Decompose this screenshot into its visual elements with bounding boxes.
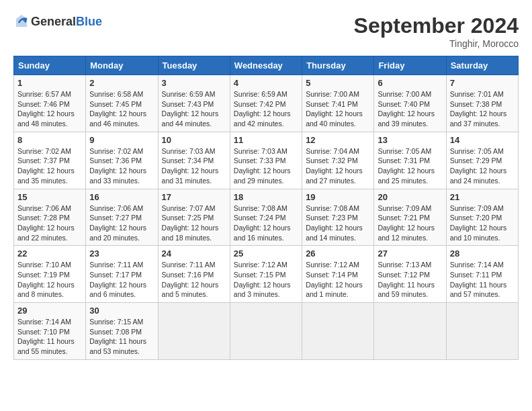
day-number: 26 [306,248,370,259]
day-detail: Sunrise: 7:07 AMSunset: 7:25 PMDaylight:… [162,203,226,243]
weekday-header-thursday: Thursday [302,56,374,75]
day-detail: Sunrise: 7:14 AMSunset: 7:10 PMDaylight:… [17,317,82,357]
day-number: 13 [378,135,442,145]
day-detail: Sunrise: 7:00 AMSunset: 7:41 PMDaylight:… [306,89,370,129]
day-detail: Sunrise: 7:06 AMSunset: 7:27 PMDaylight:… [89,203,154,243]
logo-icon [13,13,30,30]
day-detail: Sunrise: 7:02 AMSunset: 7:37 PMDaylight:… [17,146,82,186]
calendar-cell [374,303,446,360]
day-number: 23 [89,248,154,259]
day-number: 2 [89,78,154,88]
calendar-table: SundayMondayTuesdayWednesdayThursdayFrid… [13,56,519,360]
day-detail: Sunrise: 7:03 AMSunset: 7:34 PMDaylight:… [162,146,226,186]
weekday-header-saturday: Saturday [446,56,518,75]
day-number: 9 [89,135,154,145]
day-number: 27 [378,248,442,259]
logo: GeneralBlue [13,13,102,30]
calendar-week-row: 22Sunrise: 7:10 AMSunset: 7:19 PMDayligh… [14,246,519,303]
day-number: 19 [306,192,370,202]
location-subtitle: Tinghir, Morocco [354,38,519,49]
day-number: 8 [17,135,82,145]
calendar-cell [302,303,374,360]
day-detail: Sunrise: 7:08 AMSunset: 7:23 PMDaylight:… [306,203,370,243]
day-detail: Sunrise: 7:09 AMSunset: 7:21 PMDaylight:… [378,203,442,243]
day-detail: Sunrise: 6:59 AMSunset: 7:43 PMDaylight:… [162,89,226,129]
day-number: 6 [378,78,442,88]
calendar-cell: 24Sunrise: 7:11 AMSunset: 7:16 PMDayligh… [158,246,230,303]
day-detail: Sunrise: 7:05 AMSunset: 7:29 PMDaylight:… [450,146,515,186]
day-number: 21 [450,192,515,202]
calendar-cell: 2Sunrise: 6:58 AMSunset: 7:45 PMDaylight… [86,75,158,132]
page-header: GeneralBlue September 2024 Tinghir, Moro… [13,13,519,49]
calendar-cell [446,303,518,360]
calendar-cell: 11Sunrise: 7:03 AMSunset: 7:33 PMDayligh… [230,132,302,189]
day-number: 16 [89,192,154,202]
day-detail: Sunrise: 7:09 AMSunset: 7:20 PMDaylight:… [450,203,515,243]
day-detail: Sunrise: 6:57 AMSunset: 7:46 PMDaylight:… [17,89,82,129]
day-number: 24 [162,248,226,259]
day-detail: Sunrise: 6:58 AMSunset: 7:45 PMDaylight:… [89,89,154,129]
calendar-cell: 25Sunrise: 7:12 AMSunset: 7:15 PMDayligh… [230,246,302,303]
calendar-cell: 14Sunrise: 7:05 AMSunset: 7:29 PMDayligh… [446,132,518,189]
day-detail: Sunrise: 7:06 AMSunset: 7:28 PMDaylight:… [17,203,82,243]
calendar-cell: 4Sunrise: 6:59 AMSunset: 7:42 PMDaylight… [230,75,302,132]
calendar-cell: 18Sunrise: 7:08 AMSunset: 7:24 PMDayligh… [230,189,302,246]
day-number: 29 [17,306,82,316]
day-detail: Sunrise: 7:14 AMSunset: 7:11 PMDaylight:… [450,260,515,300]
weekday-header-tuesday: Tuesday [158,56,230,75]
day-detail: Sunrise: 7:11 AMSunset: 7:17 PMDaylight:… [89,260,154,300]
calendar-cell: 3Sunrise: 6:59 AMSunset: 7:43 PMDaylight… [158,75,230,132]
calendar-cell [230,303,302,360]
day-detail: Sunrise: 7:05 AMSunset: 7:31 PMDaylight:… [378,146,442,186]
calendar-week-row: 8Sunrise: 7:02 AMSunset: 7:37 PMDaylight… [14,132,519,189]
day-number: 4 [234,78,298,88]
day-detail: Sunrise: 7:03 AMSunset: 7:33 PMDaylight:… [234,146,298,186]
calendar-cell: 16Sunrise: 7:06 AMSunset: 7:27 PMDayligh… [86,189,158,246]
calendar-cell: 13Sunrise: 7:05 AMSunset: 7:31 PMDayligh… [374,132,446,189]
day-detail: Sunrise: 7:00 AMSunset: 7:40 PMDaylight:… [378,89,442,129]
day-detail: Sunrise: 7:12 AMSunset: 7:14 PMDaylight:… [306,260,370,300]
calendar-week-row: 1Sunrise: 6:57 AMSunset: 7:46 PMDaylight… [14,75,519,132]
day-detail: Sunrise: 7:13 AMSunset: 7:12 PMDaylight:… [378,260,442,300]
calendar-cell: 9Sunrise: 7:02 AMSunset: 7:36 PMDaylight… [86,132,158,189]
calendar-cell: 27Sunrise: 7:13 AMSunset: 7:12 PMDayligh… [374,246,446,303]
calendar-cell: 5Sunrise: 7:00 AMSunset: 7:41 PMDaylight… [302,75,374,132]
calendar-cell: 28Sunrise: 7:14 AMSunset: 7:11 PMDayligh… [446,246,518,303]
calendar-cell: 20Sunrise: 7:09 AMSunset: 7:21 PMDayligh… [374,189,446,246]
calendar-cell: 12Sunrise: 7:04 AMSunset: 7:32 PMDayligh… [302,132,374,189]
calendar-cell [158,303,230,360]
day-number: 17 [162,192,226,202]
day-detail: Sunrise: 7:04 AMSunset: 7:32 PMDaylight:… [306,146,370,186]
day-number: 11 [234,135,298,145]
calendar-cell: 6Sunrise: 7:00 AMSunset: 7:40 PMDaylight… [374,75,446,132]
calendar-cell: 29Sunrise: 7:14 AMSunset: 7:10 PMDayligh… [14,303,86,360]
day-detail: Sunrise: 7:11 AMSunset: 7:16 PMDaylight:… [162,260,226,300]
day-number: 5 [306,78,370,88]
day-number: 12 [306,135,370,145]
day-number: 30 [89,306,154,316]
weekday-header-sunday: Sunday [14,56,86,75]
calendar-header-row: SundayMondayTuesdayWednesdayThursdayFrid… [14,56,519,75]
day-number: 7 [450,78,515,88]
day-number: 25 [234,248,298,259]
day-number: 22 [17,248,82,259]
day-detail: Sunrise: 7:02 AMSunset: 7:36 PMDaylight:… [89,146,154,186]
calendar-cell: 17Sunrise: 7:07 AMSunset: 7:25 PMDayligh… [158,189,230,246]
day-number: 3 [162,78,226,88]
calendar-cell: 30Sunrise: 7:15 AMSunset: 7:08 PMDayligh… [86,303,158,360]
weekday-header-wednesday: Wednesday [230,56,302,75]
calendar-cell: 10Sunrise: 7:03 AMSunset: 7:34 PMDayligh… [158,132,230,189]
calendar-cell: 1Sunrise: 6:57 AMSunset: 7:46 PMDaylight… [14,75,86,132]
day-detail: Sunrise: 7:10 AMSunset: 7:19 PMDaylight:… [17,260,82,300]
calendar-cell: 8Sunrise: 7:02 AMSunset: 7:37 PMDaylight… [14,132,86,189]
calendar-cell: 22Sunrise: 7:10 AMSunset: 7:19 PMDayligh… [14,246,86,303]
day-detail: Sunrise: 7:08 AMSunset: 7:24 PMDaylight:… [234,203,298,243]
weekday-header-monday: Monday [86,56,158,75]
calendar-cell: 7Sunrise: 7:01 AMSunset: 7:38 PMDaylight… [446,75,518,132]
day-detail: Sunrise: 7:12 AMSunset: 7:15 PMDaylight:… [234,260,298,300]
day-detail: Sunrise: 6:59 AMSunset: 7:42 PMDaylight:… [234,89,298,129]
day-number: 18 [234,192,298,202]
calendar-cell: 15Sunrise: 7:06 AMSunset: 7:28 PMDayligh… [14,189,86,246]
calendar-week-row: 29Sunrise: 7:14 AMSunset: 7:10 PMDayligh… [14,303,519,360]
day-number: 10 [162,135,226,145]
